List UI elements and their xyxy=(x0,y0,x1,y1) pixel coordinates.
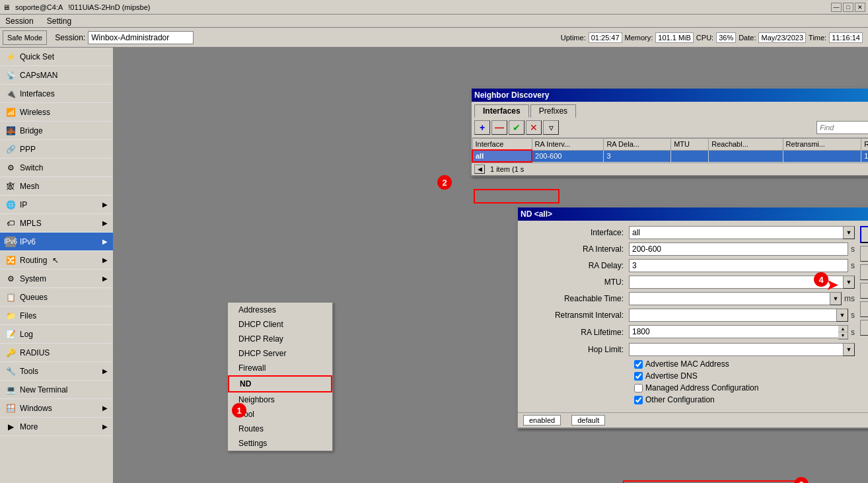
field-retransmit-row: Retransmit Interval: ▼ s xyxy=(523,309,855,322)
reachable-unit: ms xyxy=(844,294,855,303)
log-icon: 📝 xyxy=(5,329,16,340)
mtu-input[interactable] xyxy=(629,276,843,289)
safe-mode-button[interactable]: Safe Mode xyxy=(3,30,47,45)
sidebar-item-ipv6[interactable]: IPv6 IPv6 ▶ xyxy=(0,233,113,251)
hop-limit-input[interactable] xyxy=(629,343,843,356)
system-arrow: ▶ xyxy=(102,275,108,282)
col-ra-lifetime: RA Li ▼ xyxy=(861,139,868,151)
sidebar-item-capsman[interactable]: 📡 CAPsMAN xyxy=(0,66,113,85)
tab-prefixes[interactable]: Prefixes xyxy=(530,104,576,118)
scroll-left[interactable]: ◀ xyxy=(474,165,485,174)
sidebar-item-log[interactable]: 📝 Log xyxy=(0,325,113,344)
routing-icon: 🔀 xyxy=(5,255,16,266)
minimize-button[interactable]: — xyxy=(831,3,842,12)
submenu-routes[interactable]: Routes xyxy=(228,422,332,436)
reachable-dropdown: ▼ xyxy=(629,292,842,305)
checkbox-other-config[interactable] xyxy=(634,396,643,404)
sidebar-item-quickset[interactable]: ⚡ Quick Set xyxy=(0,48,113,66)
tab-interfaces[interactable]: Interfaces xyxy=(474,104,529,118)
table-row[interactable]: all 200-600 3 1 xyxy=(472,150,868,162)
item-count: 1 item (1 s xyxy=(490,165,524,173)
app-icon: 🖥 xyxy=(3,3,10,11)
ra-delay-input[interactable] xyxy=(629,259,848,272)
sidebar-item-wireless[interactable]: 📶 Wireless xyxy=(0,103,113,122)
ip-arrow: ▶ xyxy=(102,201,108,208)
checkbox-managed-addr[interactable] xyxy=(634,384,643,392)
checkbox-advertise-dns[interactable] xyxy=(634,372,643,381)
mpls-icon: 🏷 xyxy=(5,218,16,229)
nd-remove-button[interactable]: — xyxy=(491,120,507,135)
col-ra-delay: RA Dela... xyxy=(604,139,671,151)
nd-find-input[interactable] xyxy=(816,121,868,134)
sidebar-item-bridge[interactable]: 🌉 Bridge xyxy=(0,122,113,140)
col-reachable: Reachabl... xyxy=(709,139,783,151)
more-icon: ▶ xyxy=(5,422,16,432)
sidebar-item-tools[interactable]: 🔧 Tools ▶ xyxy=(0,362,113,381)
sidebar-item-mesh[interactable]: 🕸 Mesh xyxy=(0,177,113,196)
ra-lifetime-down[interactable]: ▼ xyxy=(838,332,848,339)
cell-mtu xyxy=(671,150,709,162)
cell-retransmit xyxy=(783,150,861,162)
ra-lifetime-input[interactable] xyxy=(629,325,838,338)
hop-limit-dropdown-btn[interactable]: ▼ xyxy=(843,343,855,356)
apply-button[interactable]: Apply xyxy=(860,264,868,280)
interface-input[interactable] xyxy=(629,226,843,239)
ipv6-icon: IPv6 xyxy=(5,237,16,247)
nd-check-button[interactable]: ✔ xyxy=(509,120,524,135)
sidebar-item-radius[interactable]: 🔑 RADIUS xyxy=(0,344,113,362)
sidebar-item-interfaces[interactable]: 🔌 Interfaces xyxy=(0,85,113,103)
sidebar-item-switch[interactable]: ⚙ Switch xyxy=(0,159,113,177)
reachable-dropdown-btn[interactable]: ▼ xyxy=(830,292,842,305)
submenu-dhcp-client[interactable]: DHCP Client xyxy=(228,317,332,332)
copy-button[interactable]: Copy xyxy=(860,301,868,317)
main-layout: ⚡ Quick Set 📡 CAPsMAN 🔌 Interfaces 📶 Wir… xyxy=(0,48,868,483)
window-title: soporte@C4:A xyxy=(15,3,63,11)
ra-interval-unit: s xyxy=(851,244,855,254)
field-reachable-row: Reachable Time: ▼ ms xyxy=(523,292,855,305)
session-input[interactable] xyxy=(88,31,194,44)
sidebar-item-windows[interactable]: 🪟 Windows ▶ xyxy=(0,399,113,418)
checkbox-managed-addr-row: Managed Address Configuration xyxy=(634,383,855,392)
sidebar-item-newterminal[interactable]: 💻 New Terminal xyxy=(0,381,113,399)
submenu-dhcp-server[interactable]: DHCP Server xyxy=(228,346,332,361)
menu-session[interactable]: Session xyxy=(3,17,36,26)
nd-add-button[interactable]: + xyxy=(474,120,490,135)
hop-limit-dropdown: ▼ xyxy=(629,343,855,356)
reachable-input[interactable] xyxy=(629,292,830,305)
sidebar-item-ip[interactable]: 🌐 IP ▶ xyxy=(0,196,113,214)
retransmit-input[interactable] xyxy=(629,309,836,322)
close-button[interactable]: ✕ xyxy=(855,3,865,12)
remove-button[interactable]: Remove xyxy=(860,320,868,336)
cell-ra-delay: 3 xyxy=(604,150,671,162)
submenu-nd[interactable]: ND xyxy=(228,375,332,392)
cancel-button[interactable]: Cancel xyxy=(860,246,868,262)
ra-lifetime-up[interactable]: ▲ xyxy=(838,326,848,332)
sidebar-item-mpls[interactable]: 🏷 MPLS ▶ xyxy=(0,214,113,233)
checkbox-advertise-mac[interactable] xyxy=(634,360,643,369)
nd-cancel-button[interactable]: ✕ xyxy=(526,120,542,135)
menu-setting[interactable]: Setting xyxy=(44,17,74,26)
disable-button[interactable]: Disable xyxy=(860,283,868,299)
submenu-firewall[interactable]: Firewall xyxy=(228,361,332,375)
sidebar-item-queues[interactable]: 📋 Queues xyxy=(0,288,113,307)
uptime-value: 01:25:47 xyxy=(589,34,622,42)
sidebar-item-routing[interactable]: 🔀 Routing ↖ ▶ xyxy=(0,251,113,270)
submenu-settings[interactable]: Settings xyxy=(228,436,332,451)
reachable-label: Reachable Time: xyxy=(523,294,629,303)
submenu-dhcp-relay[interactable]: DHCP Relay xyxy=(228,332,332,346)
ra-interval-input[interactable] xyxy=(629,242,848,256)
ok-button[interactable]: OK xyxy=(860,226,868,243)
sidebar-item-more[interactable]: ▶ More ▶ xyxy=(0,418,113,436)
badge-3: 3 xyxy=(794,477,809,483)
maximize-button[interactable]: □ xyxy=(843,3,853,12)
nd-dialog-titlebar: ND <all> □ ✕ xyxy=(518,207,868,221)
dialog-footer: enabled default xyxy=(518,412,868,427)
retransmit-dropdown-btn[interactable]: ▼ xyxy=(836,309,848,322)
mtu-dropdown-btn[interactable]: ▼ xyxy=(843,276,855,289)
interface-dropdown-btn[interactable]: ▼ xyxy=(843,226,855,239)
sidebar-item-files[interactable]: 📁 Files xyxy=(0,307,113,325)
submenu-addresses[interactable]: Addresses xyxy=(228,303,332,317)
sidebar-item-system[interactable]: ⚙ System ▶ xyxy=(0,270,113,288)
nd-filter-button[interactable]: ▿ xyxy=(543,120,559,135)
sidebar-item-ppp[interactable]: 🔗 PPP xyxy=(0,140,113,159)
